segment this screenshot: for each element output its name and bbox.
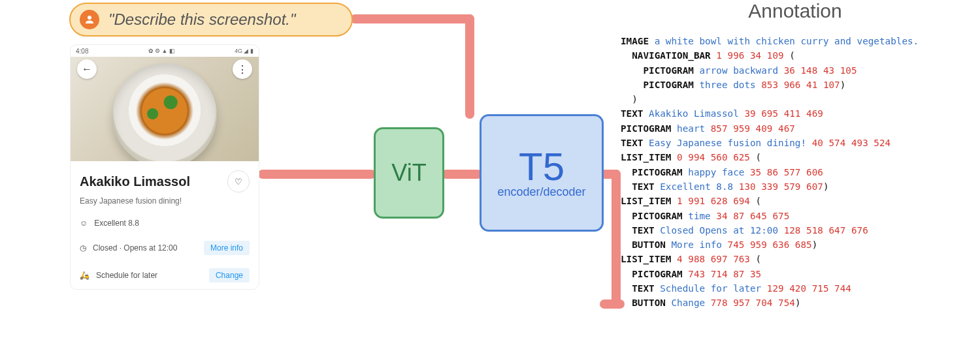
rating-text: Excellent 8.8 <box>94 219 139 228</box>
phone-mock: 4:08 ✿ ⚙ ▲ ◧ 4G ◢ ▮ ← ⋮ Akakiko Limassol… <box>70 44 259 290</box>
t5-box: T5 encoder/decoder <box>480 114 604 232</box>
food-curry-illustration <box>135 82 195 140</box>
prompt-text: "Describe this screenshot." <box>108 10 296 29</box>
more-info-button[interactable]: More info <box>204 241 250 255</box>
hours-text: Closed · Opens at 12:00 <box>93 243 177 253</box>
schedule-text: Schedule for later <box>96 271 157 280</box>
heart-icon[interactable]: ♡ <box>227 170 250 192</box>
schedule-row: 🛵 Schedule for later Change <box>80 268 250 283</box>
happy-face-icon: ☺ <box>80 219 88 228</box>
clock-icon: ◷ <box>80 243 86 253</box>
flow-connector <box>442 170 482 179</box>
back-icon[interactable]: ← <box>77 59 97 79</box>
restaurant-title: Akakiko Limassol <box>80 174 190 189</box>
user-avatar-icon <box>80 10 99 29</box>
status-bar: 4:08 ✿ ⚙ ▲ ◧ 4G ◢ ▮ <box>71 45 259 57</box>
scooter-icon: 🛵 <box>80 271 90 280</box>
annotation-code: IMAGE a white bowl with chicken curry an… <box>621 34 970 311</box>
vit-label: ViT <box>391 159 426 187</box>
nav-overlay: ← ⋮ <box>71 59 259 79</box>
vit-box: ViT <box>374 127 444 219</box>
flow-connector <box>350 14 474 23</box>
flow-terminal-node <box>600 299 625 309</box>
menu-dots-icon[interactable]: ⋮ <box>233 59 252 79</box>
rating-row: ☺ Excellent 8.8 <box>80 219 250 228</box>
t5-label: T5 <box>519 147 564 187</box>
flow-connector <box>258 170 376 179</box>
annotation-panel: Annotation IMAGE a white bowl with chick… <box>621 0 970 311</box>
t5-sublabel: encoder/decoder <box>497 185 585 199</box>
flow-connector <box>465 14 474 119</box>
status-right-icons: 4G ◢ ▮ <box>235 48 253 54</box>
hours-row: ◷ Closed · Opens at 12:00 More info <box>80 241 250 255</box>
status-left-icons: ✿ ⚙ ▲ ◧ <box>148 48 175 54</box>
prompt-bubble: "Describe this screenshot." <box>69 3 353 37</box>
status-time: 4:08 <box>76 48 88 55</box>
restaurant-subtitle: Easy Japanese fusion dining! <box>80 196 250 206</box>
annotation-title: Annotation <box>621 0 970 22</box>
flow-connector <box>612 170 621 307</box>
change-button[interactable]: Change <box>209 268 250 283</box>
